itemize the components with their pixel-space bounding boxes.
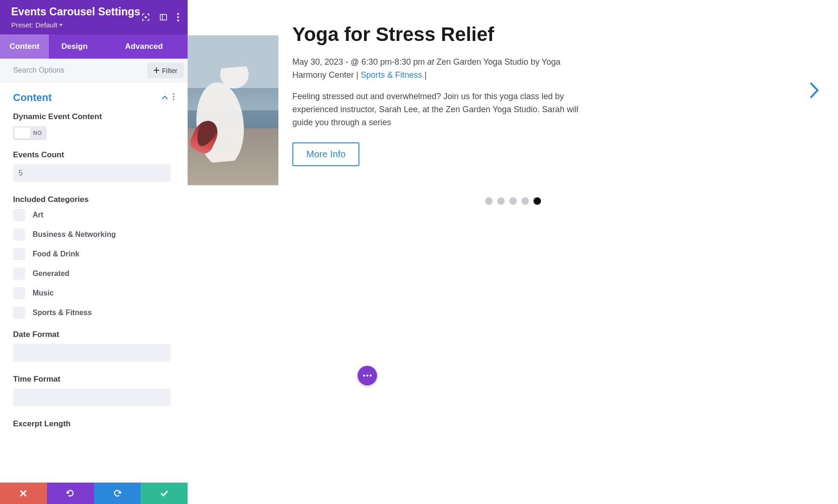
section-more-icon[interactable]	[173, 93, 175, 102]
expand-icon[interactable]	[142, 13, 150, 21]
category-label: Sports & Fitness	[33, 309, 92, 317]
svg-point-0	[145, 17, 147, 18]
redo-button[interactable]	[94, 483, 141, 504]
category-item[interactable]: Sports & Fitness	[13, 307, 175, 319]
date-format-label: Date Format	[13, 330, 175, 339]
search-row: Filter	[0, 59, 188, 82]
event-carousel: Yoga for Stress Relief May 30, 2023 - @ …	[188, 23, 810, 185]
meta-at: at	[427, 57, 434, 67]
carousel-dots	[188, 197, 838, 205]
time-format-input[interactable]	[13, 389, 170, 406]
undo-icon	[66, 489, 74, 497]
checkbox[interactable]	[13, 209, 25, 221]
svg-point-10	[366, 375, 368, 376]
event-time: 6:30 pm-8:30 pm	[361, 57, 425, 67]
toggle-state-label: NO	[33, 130, 42, 136]
section-header[interactable]: Content	[13, 92, 175, 104]
svg-point-5	[177, 20, 179, 21]
undo-button[interactable]	[47, 483, 94, 504]
category-label: Food & Drink	[33, 250, 79, 258]
category-item[interactable]: Music	[13, 287, 175, 299]
svg-point-4	[177, 16, 179, 18]
preview-area: Yoga for Stress Relief May 30, 2023 - @ …	[188, 0, 838, 504]
svg-point-8	[173, 99, 175, 101]
event-title: Yoga for Stress Relief	[292, 23, 581, 46]
dots-horizontal-icon	[363, 374, 372, 377]
category-label: Art	[33, 211, 43, 219]
category-item[interactable]: Art	[13, 209, 175, 221]
svg-point-9	[363, 375, 365, 376]
checkbox[interactable]	[13, 268, 25, 280]
category-label: Music	[33, 289, 54, 297]
more-icon[interactable]	[177, 13, 179, 21]
search-input[interactable]	[0, 61, 147, 79]
sidebar-header: Events Carousel Settings Preset: Default	[0, 0, 188, 34]
event-description: Feeling stressed out and overwhelmed? Jo…	[292, 90, 581, 129]
events-count-input[interactable]	[13, 164, 170, 182]
preset-dropdown[interactable]: Preset: Default	[11, 21, 142, 29]
settings-tabs: Content Design Advanced	[0, 34, 188, 59]
carousel-dot[interactable]	[521, 197, 529, 205]
check-icon	[160, 490, 169, 497]
cancel-button[interactable]	[0, 483, 47, 504]
carousel-dot[interactable]	[509, 197, 517, 205]
event-category-link[interactable]: Sports & Fitness	[361, 70, 422, 80]
event-date: May 30, 2023	[292, 57, 343, 67]
dynamic-content-toggle[interactable]: NO	[13, 126, 47, 140]
tab-design[interactable]: Design	[49, 34, 100, 59]
svg-point-7	[173, 96, 175, 98]
tab-content[interactable]: Content	[0, 34, 49, 59]
dynamic-content-label: Dynamic Event Content	[13, 112, 175, 121]
date-format-input[interactable]	[13, 344, 170, 362]
panel-icon[interactable]	[159, 13, 168, 21]
filter-button[interactable]: Filter	[147, 63, 184, 78]
redo-icon	[113, 489, 122, 497]
chevron-up-icon[interactable]	[162, 94, 168, 102]
event-content: Yoga for Stress Relief May 30, 2023 - @ …	[292, 23, 581, 166]
checkbox[interactable]	[13, 248, 25, 260]
chevron-right-icon	[809, 81, 819, 99]
plus-icon	[154, 67, 159, 73]
categories-label: Included Categories	[13, 195, 175, 204]
checkbox[interactable]	[13, 228, 25, 241]
event-venue: Zen Garden Yoga Studio	[436, 57, 528, 67]
save-button[interactable]	[141, 483, 188, 504]
svg-point-6	[173, 93, 175, 95]
toggle-knob	[14, 128, 30, 139]
panel-body[interactable]: Content Dynamic Event Content NO Events …	[0, 82, 188, 483]
checkbox[interactable]	[13, 307, 25, 319]
filter-label: Filter	[162, 67, 177, 74]
category-label: Business & Networking	[33, 230, 116, 239]
sidebar-title: Events Carousel Settings	[11, 6, 142, 18]
time-format-label: Time Format	[13, 375, 175, 384]
category-item[interactable]: Business & Networking	[13, 228, 175, 241]
category-item[interactable]: Generated	[13, 268, 175, 280]
section-title: Content	[13, 92, 157, 104]
carousel-next-button[interactable]	[809, 81, 819, 101]
meta-by: by	[531, 57, 540, 67]
events-count-label: Events Count	[13, 150, 175, 160]
module-fab[interactable]	[358, 366, 377, 385]
svg-point-11	[370, 375, 372, 376]
category-item[interactable]: Food & Drink	[13, 248, 175, 260]
categories-list: Art Business & Networking Food & Drink G…	[13, 209, 175, 319]
carousel-dot[interactable]	[497, 197, 505, 205]
tab-advanced[interactable]: Advanced	[100, 34, 188, 59]
excerpt-length-label: Excerpt Length	[13, 419, 175, 429]
settings-sidebar: Events Carousel Settings Preset: Default…	[0, 0, 188, 504]
action-bar	[0, 483, 188, 504]
checkbox[interactable]	[13, 287, 25, 299]
caret-down-icon	[59, 24, 63, 27]
event-meta: May 30, 2023 - @ 6:30 pm-8:30 pm at Zen …	[292, 56, 581, 82]
svg-point-3	[177, 13, 179, 15]
close-icon	[20, 490, 27, 497]
category-label: Generated	[33, 269, 69, 278]
carousel-dot[interactable]	[534, 197, 541, 205]
event-image	[188, 35, 278, 185]
svg-rect-1	[160, 14, 167, 20]
preset-label: Preset: Default	[11, 21, 57, 29]
carousel-dot[interactable]	[485, 197, 493, 205]
more-info-button[interactable]: More Info	[292, 142, 359, 166]
